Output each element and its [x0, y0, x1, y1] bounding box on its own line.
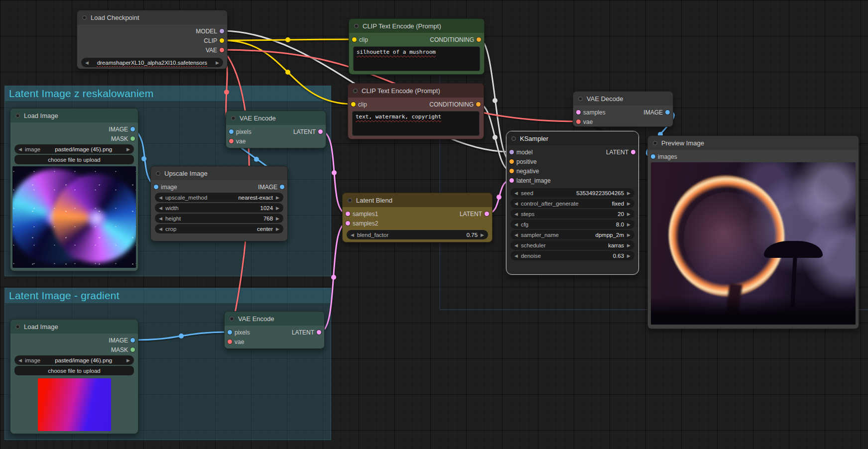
port-vae-input[interactable]: vae — [229, 138, 246, 145]
node-header[interactable]: CLIP Text Encode (Prompt) — [348, 84, 484, 98]
node-header[interactable]: Upscale Image — [151, 166, 287, 180]
port-pixels-input[interactable]: pixels — [229, 128, 251, 135]
arrow-right-icon[interactable]: ▶ — [627, 191, 630, 196]
node-vae-decode[interactable]: VAE Decode samples IMAGE vae — [573, 91, 673, 127]
arrow-right-icon[interactable]: ▶ — [481, 232, 484, 237]
port-dot-model[interactable] — [220, 29, 224, 33]
port-dot-conditioning[interactable] — [477, 37, 481, 42]
node-header[interactable]: Preview Image — [648, 136, 859, 150]
port-dot-latent[interactable] — [318, 129, 323, 134]
port-image-output[interactable]: IMAGE — [109, 337, 135, 344]
node-preview-image[interactable]: Preview Image images — [647, 135, 859, 329]
port-samples-input[interactable]: samples — [576, 109, 606, 116]
widget-width[interactable]: ◀ width 1024 ▶ — [155, 203, 283, 213]
port-vae-input[interactable]: vae — [228, 338, 244, 345]
arrow-right-icon[interactable]: ▶ — [627, 253, 630, 258]
node-load-checkpoint[interactable]: Load Checkpoint MODEL CLIP VAE ◀ dreamsh… — [77, 10, 228, 69]
port-dot-image[interactable] — [280, 185, 284, 189]
arrow-left-icon[interactable]: ◀ — [514, 253, 518, 258]
arrow-right-icon[interactable]: ▶ — [276, 226, 279, 231]
port-mask-output[interactable]: MASK — [111, 346, 135, 353]
arrow-right-icon[interactable]: ▶ — [627, 212, 630, 217]
port-dot-latent[interactable] — [509, 178, 514, 183]
port-dot-vae[interactable] — [576, 119, 581, 124]
port-dot-clip[interactable] — [352, 37, 357, 42]
arrow-left-icon[interactable]: ◀ — [159, 206, 162, 211]
widget-scheduler[interactable]: ◀ scheduler karras ▶ — [510, 240, 634, 250]
port-vae-input[interactable]: vae — [576, 118, 593, 125]
arrow-left-icon[interactable]: ◀ — [18, 358, 22, 363]
choose-file-button[interactable]: choose file to upload — [14, 155, 134, 164]
node-vae-encode-2[interactable]: VAE Encode pixels LATENT vae — [224, 311, 325, 349]
port-dot-mask[interactable] — [130, 136, 135, 141]
node-header[interactable]: VAE Encode — [225, 312, 324, 326]
port-image-output[interactable]: IMAGE — [643, 109, 670, 116]
port-image-output[interactable]: IMAGE — [109, 126, 135, 133]
node-header[interactable]: VAE Decode — [573, 92, 673, 106]
node-header[interactable]: Load Checkpoint — [77, 10, 227, 24]
port-dot-mask[interactable] — [130, 347, 135, 352]
port-dot-image[interactable] — [154, 185, 158, 189]
port-negative-input[interactable]: negative — [509, 168, 539, 175]
arrow-left-icon[interactable]: ◀ — [514, 191, 518, 196]
port-dot-conditioning[interactable] — [509, 169, 514, 173]
widget-control-after-generate[interactable]: ◀ control_after_generate fixed ▶ — [510, 199, 634, 208]
collapse-dot-icon[interactable] — [348, 198, 352, 203]
port-dot-latent[interactable] — [346, 212, 350, 216]
port-dot-latent[interactable] — [576, 110, 581, 114]
port-positive-input[interactable]: positive — [509, 158, 537, 165]
arrow-right-icon[interactable]: ▶ — [276, 206, 279, 211]
choose-file-button[interactable]: choose file to upload — [14, 366, 134, 375]
port-dot-image[interactable] — [228, 330, 232, 335]
widget-sampler-name[interactable]: ◀ sampler_name dpmpp_2m ▶ — [510, 230, 634, 239]
node-ksampler[interactable]: KSampler model LATENT positive negative — [506, 131, 639, 275]
port-latent-output[interactable]: LATENT — [460, 211, 489, 218]
port-latent-image-input[interactable]: latent_image — [509, 177, 551, 184]
image-file-combo[interactable]: ◀ image pasted/image (45).png ▶ — [14, 144, 134, 154]
widget-seed[interactable]: ◀ seed 535349223504265 ▶ — [510, 188, 634, 198]
port-clip-output[interactable]: CLIP — [204, 37, 224, 44]
arrow-right-icon[interactable]: ▶ — [627, 243, 630, 248]
arrow-right-icon[interactable]: ▶ — [627, 222, 630, 227]
port-dot-latent[interactable] — [346, 221, 350, 225]
arrow-left-icon[interactable]: ◀ — [514, 201, 518, 206]
port-latent-output[interactable]: LATENT — [293, 128, 323, 135]
port-dot-image[interactable] — [665, 110, 670, 114]
arrow-left-icon[interactable]: ◀ — [85, 60, 89, 65]
node-clip-text-encode-positive[interactable]: CLIP Text Encode (Prompt) clip CONDITION… — [349, 18, 485, 75]
widget-denoise[interactable]: ◀ denoise 0.63 ▶ — [510, 251, 634, 260]
node-header[interactable]: CLIP Text Encode (Prompt) — [349, 19, 484, 33]
arrow-left-icon[interactable]: ◀ — [514, 243, 518, 248]
port-mask-output[interactable]: MASK — [111, 135, 135, 142]
arrow-right-icon[interactable]: ▶ — [216, 60, 219, 65]
port-dot-image[interactable] — [130, 338, 135, 342]
node-header[interactable]: Load Image — [10, 109, 138, 122]
arrow-right-icon[interactable]: ▶ — [276, 195, 279, 200]
arrow-left-icon[interactable]: ◀ — [159, 216, 162, 221]
port-samples2-input[interactable]: samples2 — [346, 220, 378, 227]
port-clip-input[interactable]: clip — [352, 36, 368, 43]
collapse-dot-icon[interactable] — [653, 141, 657, 145]
negative-prompt-textarea[interactable]: text, watermark, copyright — [352, 111, 480, 136]
port-dot-conditioning[interactable] — [509, 159, 514, 164]
port-dot-clip[interactable] — [220, 38, 224, 43]
widget-upscale-method[interactable]: ◀ upscale_method nearest-exact ▶ — [155, 193, 283, 202]
port-latent-output[interactable]: LATENT — [292, 329, 321, 336]
port-dot-image[interactable] — [130, 127, 135, 131]
node-clip-text-encode-negative[interactable]: CLIP Text Encode (Prompt) clip CONDITION… — [348, 83, 484, 139]
arrow-left-icon[interactable]: ◀ — [514, 212, 518, 217]
node-header[interactable]: KSampler — [506, 131, 638, 145]
widget-crop[interactable]: ◀ crop center ▶ — [155, 224, 283, 233]
arrow-left-icon[interactable]: ◀ — [514, 222, 518, 227]
port-dot-vae[interactable] — [228, 339, 232, 344]
widget-steps[interactable]: ◀ steps 20 ▶ — [510, 209, 634, 219]
arrow-left-icon[interactable]: ◀ — [514, 232, 518, 237]
port-images-input[interactable]: images — [651, 153, 677, 160]
arrow-right-icon[interactable]: ▶ — [627, 232, 630, 237]
port-samples1-input[interactable]: samples1 — [346, 211, 378, 218]
port-dot-vae[interactable] — [229, 139, 234, 143]
port-dot-vae[interactable] — [220, 48, 224, 52]
arrow-right-icon[interactable]: ▶ — [276, 216, 279, 221]
port-model-input[interactable]: model — [509, 149, 533, 156]
port-image-output[interactable]: IMAGE — [258, 184, 284, 191]
